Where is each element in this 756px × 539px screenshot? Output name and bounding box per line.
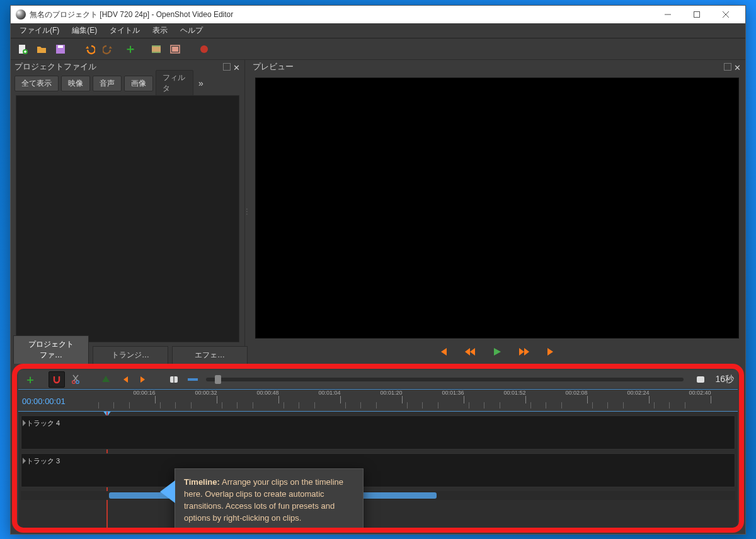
undo-button[interactable]: [81, 41, 98, 57]
preview-label: プレビュー: [253, 61, 294, 72]
menu-edit[interactable]: 編集(E): [66, 23, 103, 38]
track-4[interactable]: トラック 4: [21, 415, 735, 449]
filter-image-tab[interactable]: 画像: [124, 76, 153, 91]
app-icon: [16, 9, 26, 20]
preview-dock-close-icon[interactable]: ✕: [734, 63, 742, 71]
add-marker-button[interactable]: [98, 371, 114, 388]
dock-tab-effects[interactable]: エフェ…: [172, 346, 248, 364]
minimize-button[interactable]: [653, 6, 682, 23]
ruler-tick: 00:00:48: [268, 390, 290, 403]
add-track-button[interactable]: ＋: [22, 371, 38, 388]
tooltip-arrow-icon: [160, 480, 175, 503]
razor-tool-button[interactable]: [67, 371, 84, 388]
svg-rect-14: [173, 376, 175, 383]
tutorial-tooltip: Timeline: Arrange your clips on the time…: [175, 468, 364, 528]
new-project-button[interactable]: [14, 41, 31, 57]
snap-toggle-button[interactable]: [49, 371, 65, 388]
ruler-tick: 00:01:04: [329, 390, 352, 403]
svg-rect-16: [697, 376, 704, 383]
tooltip-title: Timeline:: [184, 477, 220, 487]
rewind-button[interactable]: [464, 347, 476, 359]
import-files-button[interactable]: ＋: [129, 41, 146, 57]
ruler-ticks: 00:00:1600:00:3200:00:4800:01:0400:01:20…: [106, 390, 738, 411]
menubar: ファイル(F) 編集(E) タイトル 表示 ヘルプ: [11, 23, 745, 38]
ruler-tick: 00:01:20: [391, 390, 413, 403]
app-window: 無名のプロジェクト [HDV 720 24p] - OpenShot Video…: [10, 5, 746, 535]
ruler-tick: 00:00:32: [206, 390, 228, 403]
jump-start-button[interactable]: [438, 347, 448, 359]
zoom-slider-handle[interactable]: [215, 375, 221, 384]
redo-button[interactable]: [100, 41, 117, 57]
track-collapse-icon[interactable]: [23, 458, 26, 464]
next-marker-button[interactable]: [135, 371, 152, 388]
playback-controls: [249, 342, 745, 364]
svg-rect-15: [188, 378, 198, 381]
project-files-bin[interactable]: [16, 95, 239, 342]
choose-profile-button[interactable]: [148, 41, 164, 57]
track-collapse-icon[interactable]: [23, 420, 26, 426]
video-preview[interactable]: [255, 78, 739, 339]
open-project-button[interactable]: [33, 41, 50, 57]
track-3-label: トラック 3: [26, 456, 60, 466]
track-3[interactable]: トラック 3: [21, 453, 735, 487]
svg-rect-0: [694, 12, 700, 18]
project-files-title-bar: プロジェクトファイル ✕: [11, 60, 244, 74]
tooltip-body: Timeline: Arrange your clips on the time…: [175, 469, 363, 528]
filter-more-button[interactable]: »: [196, 78, 206, 88]
ruler-tick: 00:01:36: [453, 390, 475, 403]
dock-tab-project-files[interactable]: プロジェクトファ…: [13, 335, 89, 364]
timeline-horizontal-scrollbar[interactable]: [21, 491, 735, 500]
center-playhead-button[interactable]: [166, 371, 182, 388]
dock-tab-transitions[interactable]: トランジ…: [93, 346, 168, 364]
export-video-button[interactable]: [196, 41, 212, 57]
prev-marker-button[interactable]: [117, 371, 133, 388]
main-toolbar: ＋: [11, 38, 745, 60]
save-project-button[interactable]: [52, 41, 69, 57]
svg-rect-9: [172, 47, 178, 52]
menu-view[interactable]: 表示: [146, 23, 174, 38]
filter-video-tab[interactable]: 映像: [61, 76, 90, 91]
preview-panel: プレビュー ✕: [249, 60, 745, 364]
svg-point-10: [200, 45, 208, 53]
dock-float-icon[interactable]: [223, 63, 231, 71]
menu-title[interactable]: タイトル: [103, 23, 146, 38]
menu-file[interactable]: ファイル(F): [13, 23, 66, 38]
track-4-label: トラック 4: [26, 419, 60, 428]
ruler-tick: 00:02:40: [700, 390, 722, 403]
dock-close-icon[interactable]: ✕: [233, 63, 241, 71]
ruler-tick: 00:01:52: [515, 390, 537, 403]
preview-dock-float-icon[interactable]: [724, 63, 731, 71]
filter-all-tab[interactable]: 全て表示: [14, 76, 59, 91]
dock-tabs: プロジェクトファ… トランジ… エフェ…: [11, 345, 244, 364]
zoom-level-label: 16秒: [715, 374, 734, 385]
timeline-ruler[interactable]: 00:00:00:01 00:00:1600:00:3200:00:4800:0…: [18, 389, 738, 412]
filter-audio-tab[interactable]: 音声: [93, 76, 122, 91]
menu-help[interactable]: ヘルプ: [174, 23, 209, 38]
play-button[interactable]: [492, 347, 502, 359]
workspace: プロジェクトファイル ✕ 全て表示 映像 音声 画像 フィルタ » プロジェクト…: [11, 60, 745, 364]
project-files-panel: プロジェクトファイル ✕ 全て表示 映像 音声 画像 フィルタ » プロジェクト…: [11, 60, 245, 364]
maximize-button[interactable]: [682, 6, 711, 23]
zoom-slider[interactable]: [206, 378, 684, 381]
ruler-tick: 00:02:24: [638, 390, 660, 403]
ruler-tick: 00:02:08: [576, 390, 598, 403]
fullscreen-button[interactable]: [167, 41, 183, 57]
filter-search-input[interactable]: フィルタ: [156, 70, 193, 96]
ruler-tick: 00:00:16: [144, 390, 166, 403]
current-time-display: 00:00:00:01: [22, 397, 66, 406]
window-title: 無名のプロジェクト [HDV 720 24p] - OpenShot Video…: [30, 9, 233, 20]
titlebar: 無名のプロジェクト [HDV 720 24p] - OpenShot Video…: [11, 6, 745, 23]
project-filter-tabs: 全て表示 映像 音声 画像 フィルタ »: [11, 74, 244, 93]
fast-forward-button[interactable]: [518, 347, 530, 359]
timeline-toolbar: ＋ 16秒: [18, 370, 738, 389]
timeline-tracks-area[interactable]: トラック 4 トラック 3 Timeline: Arrange your cli…: [18, 412, 738, 528]
svg-point-12: [76, 380, 79, 383]
timeline-callout: ＋ 16秒 00:00:00:01 00:00:1600:00:3200:00:…: [11, 364, 745, 534]
zoom-in-button[interactable]: [692, 371, 709, 388]
jump-end-button[interactable]: [546, 347, 556, 359]
close-button[interactable]: [711, 6, 740, 23]
preview-title-bar: プレビュー ✕: [249, 60, 745, 74]
zoom-out-button[interactable]: [185, 371, 201, 388]
svg-rect-4: [58, 45, 63, 48]
svg-point-11: [72, 380, 76, 383]
